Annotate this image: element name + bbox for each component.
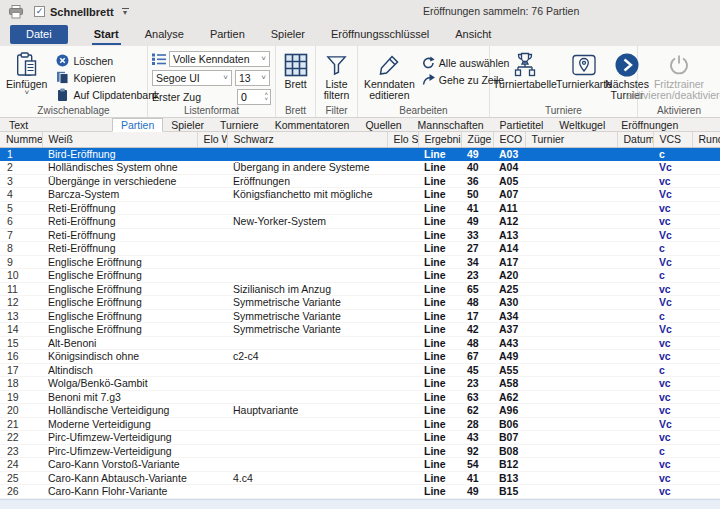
table-row[interactable]: 4Barcza-SystemKönigsfianchetto mit mögli…	[0, 188, 720, 202]
table-row[interactable]: 7Reti-EröffnungLine33A13Vc	[0, 228, 720, 242]
paste-button[interactable]: Einfügen ˅	[4, 50, 49, 103]
cell-nummer: 18	[0, 377, 42, 391]
table-row[interactable]: 12Englische EröffnungSymmetrische Varian…	[0, 296, 720, 310]
cell-weiss: Königsindisch ohne	[42, 350, 197, 364]
table-row[interactable]: 22Pirc-Ufimzew-VerteidigungLine43B07vc	[0, 431, 720, 445]
list-tab-text[interactable]: Text	[0, 118, 112, 132]
columns-format-select[interactable]: Volle Kenndaten ˅	[169, 51, 270, 67]
group-label-board: Brett	[276, 105, 315, 116]
menu-tab-spieler[interactable]: Spieler	[271, 25, 305, 44]
list-tab-eroeffnungen[interactable]: Eröffnungen	[613, 118, 686, 132]
table-row[interactable]: 6Reti-EröffnungNew-Yorker-SystemLine49A1…	[0, 215, 720, 229]
list-tab-weltkugel[interactable]: Weltkugel	[551, 118, 613, 132]
cell-schwarz	[227, 444, 387, 458]
column-header-turnier[interactable]: Turnier	[525, 132, 617, 147]
list-tab-partietitel[interactable]: Partietitel	[492, 118, 552, 132]
cell-schwarz	[227, 363, 387, 377]
list-tab-turniere[interactable]: Turniere	[212, 118, 267, 132]
column-header-nummer[interactable]: Nummer	[0, 132, 42, 147]
cell-ergebnis: Line	[418, 269, 461, 283]
column-header-zuege[interactable]: Züge	[461, 132, 493, 147]
cell-ergebnis: Line	[418, 201, 461, 215]
cell-nummer: 25	[0, 471, 42, 485]
table-row[interactable]: 1Bird-EröffnungLine49A03c	[0, 147, 720, 161]
table-row[interactable]: 10Englische EröffnungLine23A20c	[0, 269, 720, 283]
cell-nummer: 19	[0, 390, 42, 404]
cell-runde	[692, 174, 720, 188]
column-header-schwarz[interactable]: Schwarz	[227, 132, 387, 147]
column-header-datum[interactable]: Datum	[617, 132, 653, 147]
table-row[interactable]: 17AltindischLine45A55c	[0, 363, 720, 377]
first-move-stepper[interactable]: 0 ˄˅	[237, 89, 271, 105]
table-row[interactable]: 25Caro-Kann Abtausch-Variante4.c4Line41B…	[0, 471, 720, 485]
tournament-table-button[interactable]: Turniertabelle	[494, 50, 556, 91]
cell-weiss: Holländische Verteidigung	[42, 404, 197, 418]
table-row[interactable]: 21Moderne VerteidigungLine28B06Vc	[0, 417, 720, 431]
cell-elo_s	[387, 444, 418, 458]
cell-weiss: Caro-Kann Vorstoß-Variante	[42, 458, 197, 472]
table-row[interactable]: 18Wolga/Benkö-GambitLine23A58vc	[0, 377, 720, 391]
font-size-select[interactable]: 13 ˅	[235, 70, 270, 86]
column-header-elo_s[interactable]: Elo S	[387, 132, 418, 147]
table-row[interactable]: 16Königsindisch ohnec2-c4Line67A49vc	[0, 350, 720, 364]
horizontal-scrollbar[interactable]	[0, 499, 720, 509]
table-row[interactable]: 20Holländische VerteidigungHauptvariante…	[0, 404, 720, 418]
table-row[interactable]: 19Benoni mit 7.g3Line63A62vc	[0, 390, 720, 404]
table-row[interactable]: 11Englische EröffnungSizilianisch im Anz…	[0, 282, 720, 296]
cell-elo_s	[387, 201, 418, 215]
table-row[interactable]: 24Caro-Kann Vorstoß-VarianteLine54B12vc	[0, 458, 720, 472]
column-header-weiss[interactable]: Weiß	[42, 132, 197, 147]
menu-tab-start[interactable]: Start	[94, 25, 119, 44]
table-row[interactable]: 9Englische EröffnungLine34A17Vc	[0, 255, 720, 269]
list-tab-partien[interactable]: Partien	[112, 118, 163, 132]
cell-vcs: c	[653, 309, 692, 323]
column-header-runde[interactable]: Runde	[692, 132, 720, 147]
filter-list-button[interactable]: Liste filtern	[320, 50, 353, 102]
list-tab-kommentatoren[interactable]: Kommentatoren	[267, 118, 358, 132]
cell-schwarz	[227, 390, 387, 404]
tournament-map-button[interactable]: Turnierkarte	[556, 50, 612, 91]
cell-zuege: 67	[461, 350, 493, 364]
table-row[interactable]: 26Caro-Kann Flohr-VarianteLine49B15vc	[0, 485, 720, 499]
board-button[interactable]: Brett	[280, 50, 311, 91]
table-row[interactable]: 2Holländisches System ohneÜbergang in an…	[0, 161, 720, 175]
menu-tab-eroeffnungsschluessel[interactable]: Eröffnungsschlüssel	[331, 25, 429, 44]
cell-turnier	[525, 296, 617, 310]
cell-eco: B15	[493, 485, 525, 499]
copy-button[interactable]: Kopieren	[55, 69, 159, 86]
cell-nummer: 21	[0, 417, 42, 431]
cell-datum	[617, 269, 653, 283]
cell-elo_s	[387, 269, 418, 283]
quick-board-checkbox[interactable]: ✓	[34, 6, 45, 17]
printer-icon[interactable]	[8, 5, 24, 19]
table-row[interactable]: 14Englische EröffnungSymmetrische Varian…	[0, 323, 720, 337]
delete-button[interactable]: Löschen	[55, 52, 159, 69]
cell-vcs: vc	[653, 350, 692, 364]
chevron-down-icon: ˅	[261, 73, 266, 82]
column-header-elo_w[interactable]: Elo W	[197, 132, 227, 147]
list-tab-quellen[interactable]: Quellen	[357, 118, 409, 132]
table-row[interactable]: 8Reti-EröffnungLine27A14c	[0, 242, 720, 256]
column-header-eco[interactable]: ECO	[493, 132, 525, 147]
quick-access-dropdown-icon[interactable]: ▾	[122, 8, 129, 15]
group-label-filter: Filter	[316, 105, 357, 116]
table-row[interactable]: 3Übergänge in verschiedeneEröffnungenLin…	[0, 174, 720, 188]
stepper-arrows-icon[interactable]: ˄˅	[264, 92, 270, 102]
list-tab-spieler[interactable]: Spieler	[163, 118, 212, 132]
cell-eco: A07	[493, 188, 525, 202]
table-row[interactable]: 5Reti-EröffnungLine41A11vc	[0, 201, 720, 215]
menu-tab-ansicht[interactable]: Ansicht	[455, 25, 491, 44]
menu-tab-datei[interactable]: Datei	[10, 25, 68, 44]
menu-tab-partien[interactable]: Partien	[210, 25, 245, 44]
edit-game-data-button[interactable]: Kenndaten editieren	[362, 50, 417, 102]
list-tab-mannschaften[interactable]: Mannschaften	[410, 118, 492, 132]
table-row[interactable]: 23Pirc-Ufimzew-VerteidigungLine92B08c	[0, 444, 720, 458]
menu-tab-analyse[interactable]: Analyse	[145, 25, 184, 44]
table-row[interactable]: 13Englische EröffnungSymmetrische Varian…	[0, 309, 720, 323]
column-header-ergebnis[interactable]: Ergebnis	[418, 132, 461, 147]
to-clip-database-button[interactable]: Auf Clipdatenbank	[55, 86, 159, 103]
list-format-icon[interactable]	[152, 50, 166, 67]
font-select[interactable]: Segoe UI ˅	[152, 70, 232, 86]
table-row[interactable]: 15Alt-BenoniLine48A43vc	[0, 336, 720, 350]
column-header-vcs[interactable]: VCS	[653, 132, 692, 147]
